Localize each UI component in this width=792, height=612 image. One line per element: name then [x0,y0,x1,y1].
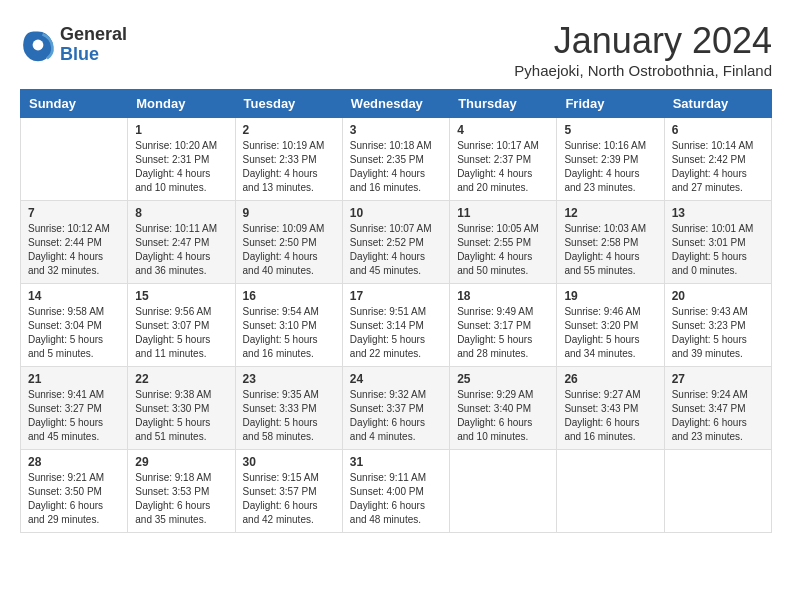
day-number: 19 [564,289,656,303]
day-number: 25 [457,372,549,386]
day-number: 28 [28,455,120,469]
calendar-cell: 22Sunrise: 9:38 AM Sunset: 3:30 PM Dayli… [128,367,235,450]
day-number: 5 [564,123,656,137]
day-number: 8 [135,206,227,220]
calendar-week-row: 21Sunrise: 9:41 AM Sunset: 3:27 PM Dayli… [21,367,772,450]
day-number: 2 [243,123,335,137]
day-info: Sunrise: 9:32 AM Sunset: 3:37 PM Dayligh… [350,388,442,444]
calendar-cell: 4Sunrise: 10:17 AM Sunset: 2:37 PM Dayli… [450,118,557,201]
calendar-week-row: 1Sunrise: 10:20 AM Sunset: 2:31 PM Dayli… [21,118,772,201]
day-number: 10 [350,206,442,220]
day-number: 27 [672,372,764,386]
calendar-cell: 14Sunrise: 9:58 AM Sunset: 3:04 PM Dayli… [21,284,128,367]
day-number: 6 [672,123,764,137]
calendar-cell: 13Sunrise: 10:01 AM Sunset: 3:01 PM Dayl… [664,201,771,284]
day-info: Sunrise: 10:01 AM Sunset: 3:01 PM Daylig… [672,222,764,278]
day-info: Sunrise: 9:54 AM Sunset: 3:10 PM Dayligh… [243,305,335,361]
calendar-cell: 8Sunrise: 10:11 AM Sunset: 2:47 PM Dayli… [128,201,235,284]
calendar-cell: 24Sunrise: 9:32 AM Sunset: 3:37 PM Dayli… [342,367,449,450]
day-number: 12 [564,206,656,220]
day-info: Sunrise: 10:20 AM Sunset: 2:31 PM Daylig… [135,139,227,195]
calendar-cell: 2Sunrise: 10:19 AM Sunset: 2:33 PM Dayli… [235,118,342,201]
calendar-week-row: 7Sunrise: 10:12 AM Sunset: 2:44 PM Dayli… [21,201,772,284]
day-info: Sunrise: 9:46 AM Sunset: 3:20 PM Dayligh… [564,305,656,361]
calendar-header-sunday: Sunday [21,90,128,118]
logo-general-text: General [60,25,127,45]
day-number: 4 [457,123,549,137]
day-info: Sunrise: 9:41 AM Sunset: 3:27 PM Dayligh… [28,388,120,444]
day-number: 7 [28,206,120,220]
calendar-cell: 23Sunrise: 9:35 AM Sunset: 3:33 PM Dayli… [235,367,342,450]
logo: General Blue [20,25,127,65]
logo-icon [20,27,56,63]
day-info: Sunrise: 10:14 AM Sunset: 2:42 PM Daylig… [672,139,764,195]
day-info: Sunrise: 9:58 AM Sunset: 3:04 PM Dayligh… [28,305,120,361]
day-number: 21 [28,372,120,386]
day-info: Sunrise: 10:17 AM Sunset: 2:37 PM Daylig… [457,139,549,195]
day-number: 22 [135,372,227,386]
calendar-cell: 29Sunrise: 9:18 AM Sunset: 3:53 PM Dayli… [128,450,235,533]
day-number: 17 [350,289,442,303]
calendar-cell: 30Sunrise: 9:15 AM Sunset: 3:57 PM Dayli… [235,450,342,533]
calendar-cell: 28Sunrise: 9:21 AM Sunset: 3:50 PM Dayli… [21,450,128,533]
calendar-cell: 1Sunrise: 10:20 AM Sunset: 2:31 PM Dayli… [128,118,235,201]
day-number: 15 [135,289,227,303]
calendar-cell: 10Sunrise: 10:07 AM Sunset: 2:52 PM Dayl… [342,201,449,284]
month-year-title: January 2024 [514,20,772,62]
calendar-cell: 17Sunrise: 9:51 AM Sunset: 3:14 PM Dayli… [342,284,449,367]
day-number: 18 [457,289,549,303]
calendar-header-thursday: Thursday [450,90,557,118]
day-info: Sunrise: 9:51 AM Sunset: 3:14 PM Dayligh… [350,305,442,361]
calendar-cell [664,450,771,533]
page-header: General Blue January 2024 Pyhaejoki, Nor… [20,20,772,79]
day-number: 29 [135,455,227,469]
day-number: 11 [457,206,549,220]
calendar-header-row: SundayMondayTuesdayWednesdayThursdayFrid… [21,90,772,118]
calendar-header-tuesday: Tuesday [235,90,342,118]
day-info: Sunrise: 9:24 AM Sunset: 3:47 PM Dayligh… [672,388,764,444]
calendar-cell: 3Sunrise: 10:18 AM Sunset: 2:35 PM Dayli… [342,118,449,201]
calendar-cell [21,118,128,201]
calendar-cell: 19Sunrise: 9:46 AM Sunset: 3:20 PM Dayli… [557,284,664,367]
calendar-cell: 26Sunrise: 9:27 AM Sunset: 3:43 PM Dayli… [557,367,664,450]
calendar-cell: 5Sunrise: 10:16 AM Sunset: 2:39 PM Dayli… [557,118,664,201]
day-info: Sunrise: 9:43 AM Sunset: 3:23 PM Dayligh… [672,305,764,361]
day-number: 30 [243,455,335,469]
calendar-cell: 25Sunrise: 9:29 AM Sunset: 3:40 PM Dayli… [450,367,557,450]
calendar-cell: 15Sunrise: 9:56 AM Sunset: 3:07 PM Dayli… [128,284,235,367]
day-info: Sunrise: 10:18 AM Sunset: 2:35 PM Daylig… [350,139,442,195]
day-number: 20 [672,289,764,303]
calendar-header-saturday: Saturday [664,90,771,118]
calendar-cell: 16Sunrise: 9:54 AM Sunset: 3:10 PM Dayli… [235,284,342,367]
day-info: Sunrise: 9:15 AM Sunset: 3:57 PM Dayligh… [243,471,335,527]
day-number: 1 [135,123,227,137]
calendar-cell [557,450,664,533]
logo-blue-text: Blue [60,45,127,65]
day-info: Sunrise: 9:27 AM Sunset: 3:43 PM Dayligh… [564,388,656,444]
day-info: Sunrise: 10:16 AM Sunset: 2:39 PM Daylig… [564,139,656,195]
day-number: 16 [243,289,335,303]
calendar-cell: 27Sunrise: 9:24 AM Sunset: 3:47 PM Dayli… [664,367,771,450]
day-info: Sunrise: 9:18 AM Sunset: 3:53 PM Dayligh… [135,471,227,527]
calendar-cell: 7Sunrise: 10:12 AM Sunset: 2:44 PM Dayli… [21,201,128,284]
day-number: 3 [350,123,442,137]
day-info: Sunrise: 10:03 AM Sunset: 2:58 PM Daylig… [564,222,656,278]
calendar-header-monday: Monday [128,90,235,118]
day-number: 14 [28,289,120,303]
location-text: Pyhaejoki, North Ostrobothnia, Finland [514,62,772,79]
calendar-week-row: 28Sunrise: 9:21 AM Sunset: 3:50 PM Dayli… [21,450,772,533]
calendar-header-friday: Friday [557,90,664,118]
day-number: 23 [243,372,335,386]
calendar-cell: 21Sunrise: 9:41 AM Sunset: 3:27 PM Dayli… [21,367,128,450]
day-info: Sunrise: 9:38 AM Sunset: 3:30 PM Dayligh… [135,388,227,444]
day-info: Sunrise: 10:07 AM Sunset: 2:52 PM Daylig… [350,222,442,278]
logo-text: General Blue [60,25,127,65]
day-info: Sunrise: 9:11 AM Sunset: 4:00 PM Dayligh… [350,471,442,527]
svg-point-0 [33,39,44,50]
day-number: 24 [350,372,442,386]
calendar-cell: 18Sunrise: 9:49 AM Sunset: 3:17 PM Dayli… [450,284,557,367]
day-number: 9 [243,206,335,220]
day-info: Sunrise: 10:09 AM Sunset: 2:50 PM Daylig… [243,222,335,278]
day-number: 26 [564,372,656,386]
calendar-cell: 12Sunrise: 10:03 AM Sunset: 2:58 PM Dayl… [557,201,664,284]
